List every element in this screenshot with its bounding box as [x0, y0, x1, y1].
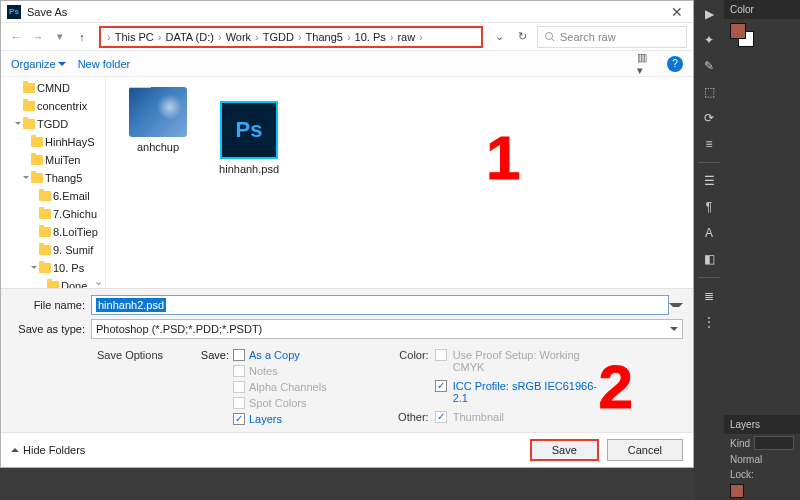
crumb-2[interactable]: Work: [226, 31, 251, 43]
chevron-down-icon[interactable]: [31, 266, 37, 272]
save-as-dialog: Ps Save As ✕ ← → ▾ ↑ › This PC› DATA (D:…: [0, 0, 694, 468]
hide-folders-button[interactable]: Hide Folders: [11, 444, 85, 456]
tree-item-label: Done: [61, 280, 87, 288]
view-mode-button[interactable]: ▥ ▾: [637, 55, 655, 73]
icc-checkbox[interactable]: [435, 380, 447, 392]
crumb-4[interactable]: Thang5: [306, 31, 343, 43]
filename-label: File name:: [11, 299, 91, 311]
folder-icon: [39, 245, 51, 255]
brush-icon[interactable]: ✎: [699, 56, 719, 76]
hide-folders-label: Hide Folders: [23, 444, 85, 456]
crumb-1[interactable]: DATA (D:): [165, 31, 213, 43]
bottom-panel: File name: hinhanh2.psd Save as type: Ph…: [1, 288, 693, 432]
type-select[interactable]: Photoshop (*.PSD;*.PDD;*.PSDT): [91, 319, 683, 339]
breadcrumb-dropdown[interactable]: ⌄: [491, 30, 508, 43]
chevron-down-icon[interactable]: [23, 176, 29, 182]
layers-checkbox[interactable]: [233, 413, 245, 425]
file-label: hinhanh.psd: [219, 163, 279, 175]
more-icon[interactable]: ⋮: [699, 312, 719, 332]
annotation-2: 2: [599, 351, 633, 422]
thumbnail-checkbox: [435, 411, 447, 423]
file-label: anhchup: [137, 141, 179, 153]
layers-icon[interactable]: ◧: [699, 249, 719, 269]
filename-dropdown[interactable]: [669, 303, 683, 311]
crumb-6[interactable]: raw: [397, 31, 415, 43]
history-icon[interactable]: ⟳: [699, 108, 719, 128]
alpha-label: Alpha Channels: [249, 381, 327, 393]
cancel-button[interactable]: Cancel: [607, 439, 683, 461]
new-folder-button[interactable]: New folder: [78, 58, 131, 70]
file-list[interactable]: anhchup Ps hinhanh.psd 1: [106, 77, 693, 288]
paragraph-icon[interactable]: ¶: [699, 197, 719, 217]
psd-icon: Ps: [220, 101, 278, 159]
tree-item[interactable]: CMND: [1, 79, 105, 97]
folder-icon: [39, 191, 51, 201]
breadcrumb[interactable]: › This PC› DATA (D:)› Work› TGDD› Thang5…: [99, 26, 483, 48]
as-a-copy-label[interactable]: As a Copy: [249, 349, 300, 361]
help-button[interactable]: ?: [667, 56, 683, 72]
layers-panel-header[interactable]: Layers: [724, 415, 800, 434]
color-panel-body: [724, 19, 800, 69]
folder-icon: [23, 83, 35, 93]
sliders-icon[interactable]: ≣: [699, 286, 719, 306]
ruler-icon[interactable]: ≡: [699, 134, 719, 154]
filename-input[interactable]: hinhanh2.psd: [91, 295, 669, 315]
tree-item[interactable]: TGDD: [1, 115, 105, 133]
save-button[interactable]: Save: [530, 439, 599, 461]
svg-line-1: [552, 38, 555, 41]
tree-item-label: 7.Ghichu: [53, 208, 97, 220]
tree-item[interactable]: 10. Ps: [1, 259, 105, 277]
icc-label[interactable]: ICC Profile: sRGB IEC61966-2.1: [453, 380, 603, 404]
tree-item[interactable]: 6.Email: [1, 187, 105, 205]
layer-thumb[interactable]: [730, 484, 744, 498]
type-label: Save as type:: [11, 323, 91, 335]
close-button[interactable]: ✕: [667, 4, 687, 20]
thumbnail-label: Thumbnail: [453, 411, 504, 423]
window-title: Save As: [27, 6, 667, 18]
tree-item[interactable]: 9. Sumif: [1, 241, 105, 259]
fg-bg-swatch[interactable]: [730, 23, 754, 47]
save-sublabel: Save:: [197, 349, 229, 361]
layers-kind-select[interactable]: [754, 436, 794, 450]
forward-button: →: [29, 28, 47, 46]
tree-item[interactable]: MuiTen: [1, 151, 105, 169]
character-icon[interactable]: A: [699, 223, 719, 243]
tree-item[interactable]: concentrix: [1, 97, 105, 115]
folder-icon: [31, 173, 43, 183]
crumb-5[interactable]: 10. Ps: [355, 31, 386, 43]
file-item-psd[interactable]: Ps hinhanh.psd: [209, 101, 289, 175]
sparkle-icon[interactable]: ✦: [699, 30, 719, 50]
tree-item[interactable]: Thang5: [1, 169, 105, 187]
tree-item[interactable]: 7.Ghichu: [1, 205, 105, 223]
save-options-title: Save Options: [97, 349, 167, 361]
layers-label[interactable]: Layers: [249, 413, 282, 425]
swatches-icon[interactable]: ☰: [699, 171, 719, 191]
layers-normal-label[interactable]: Normal: [730, 454, 762, 465]
tree-item[interactable]: HinhHayS: [1, 133, 105, 151]
up-button[interactable]: ↑: [73, 28, 91, 46]
search-input[interactable]: Search raw: [537, 26, 687, 48]
tree-item[interactable]: 8.LoiTiep: [1, 223, 105, 241]
folder-icon: [23, 119, 35, 129]
color-panel-header[interactable]: Color: [724, 0, 800, 19]
color-sublabel: Color:: [387, 349, 429, 373]
titlebar: Ps Save As ✕: [1, 1, 693, 23]
stamp-icon[interactable]: ⬚: [699, 82, 719, 102]
tree-item-label: 8.LoiTiep: [53, 226, 98, 238]
tree-item-label: 6.Email: [53, 190, 90, 202]
folder-tree[interactable]: CMNDconcentrixTGDDHinhHaySMuiTenThang56.…: [1, 77, 106, 288]
tree-item[interactable]: Done: [1, 277, 105, 288]
refresh-button[interactable]: ↻: [512, 30, 533, 43]
search-icon: [544, 31, 556, 43]
play-icon[interactable]: ▶: [699, 4, 719, 24]
as-a-copy-checkbox[interactable]: [233, 349, 245, 361]
back-button[interactable]: ←: [7, 28, 25, 46]
file-item-folder[interactable]: anhchup: [118, 87, 198, 153]
photoshop-background: ▶ ✦ ✎ ⬚ ⟳ ≡ ☰ ¶ A ◧ ≣ ⋮ Color Layers Kin…: [694, 0, 800, 500]
chevron-down-icon[interactable]: [15, 122, 21, 128]
recent-dropdown[interactable]: ▾: [51, 28, 69, 46]
tree-scroll-down[interactable]: ⌄: [91, 274, 105, 288]
crumb-0[interactable]: This PC: [115, 31, 154, 43]
crumb-3[interactable]: TGDD: [263, 31, 294, 43]
organize-menu[interactable]: Organize: [11, 58, 66, 70]
